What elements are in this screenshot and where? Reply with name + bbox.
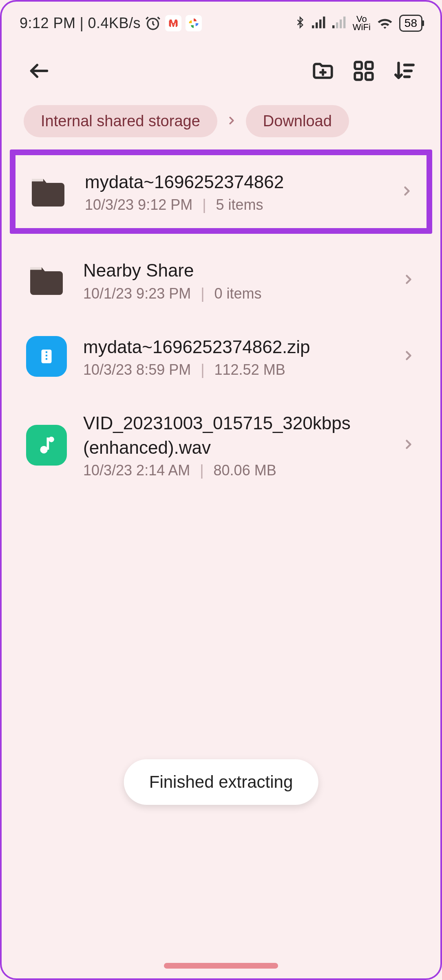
svg-rect-4	[323, 17, 325, 29]
file-list: mydata~1696252374862 10/3/23 9:12 PM|5 i…	[2, 149, 440, 495]
file-meta: 10/3/23 9:12 PM|5 items	[85, 196, 383, 213]
signal-icon-2	[332, 16, 347, 31]
file-meta: 10/3/23 2:14 AM|80.06 MB	[83, 462, 385, 479]
list-item[interactable]: mydata~1696252374862.zip 10/3/23 8:59 PM…	[18, 319, 424, 395]
svg-rect-5	[332, 25, 334, 28]
file-meta: 10/1/23 9:23 PM|0 items	[83, 285, 385, 302]
svg-rect-14	[30, 267, 42, 270]
signal-icon-1	[312, 16, 327, 31]
svg-rect-9	[355, 62, 362, 69]
bluetooth-icon	[294, 15, 306, 32]
file-meta: 10/3/23 8:59 PM|112.52 MB	[83, 361, 385, 378]
music-icon	[26, 425, 67, 466]
chevron-right-icon	[401, 437, 416, 453]
list-item[interactable]: Nearby Share 10/1/23 9:23 PM|0 items	[18, 242, 424, 318]
file-name: VID_20231003_015715_320kbps (enhanced).w…	[83, 411, 295, 462]
breadcrumb-item-current[interactable]: Download	[246, 105, 349, 137]
gmail-icon: M	[165, 15, 181, 31]
list-item-text: mydata~1696252374862.zip 10/3/23 8:59 PM…	[83, 335, 385, 378]
folder-icon	[26, 260, 67, 301]
svg-rect-7	[340, 20, 342, 29]
chevron-right-icon	[400, 184, 414, 200]
battery-indicator: 58	[399, 15, 422, 32]
app-bar	[2, 38, 440, 99]
svg-rect-2	[316, 22, 318, 28]
list-item-text: VID_20231003_015715_320kbps (enhanced).w…	[83, 411, 385, 479]
svg-rect-10	[366, 62, 373, 69]
svg-rect-8	[343, 17, 345, 29]
status-bar: 9:12 PM | 0.4KB/s M Vo WiFi 58	[2, 2, 440, 38]
svg-rect-16	[46, 352, 47, 353]
svg-rect-11	[355, 73, 362, 80]
list-item[interactable]: VID_20231003_015715_320kbps (enhanced).w…	[18, 395, 424, 495]
sort-button[interactable]	[388, 55, 421, 87]
status-right: Vo WiFi 58	[294, 15, 422, 32]
file-name: Nearby Share	[83, 258, 385, 285]
back-button[interactable]	[23, 55, 55, 87]
list-item-text: mydata~1696252374862 10/3/23 9:12 PM|5 i…	[85, 170, 383, 213]
folder-icon	[28, 171, 69, 212]
zip-icon	[26, 336, 67, 377]
list-item-text: Nearby Share 10/1/23 9:23 PM|0 items	[83, 258, 385, 302]
list-item[interactable]: mydata~1696252374862 10/3/23 9:12 PM|5 i…	[10, 149, 432, 234]
wifi-icon	[376, 15, 393, 31]
svg-rect-13	[32, 179, 43, 181]
status-speed: 0.4KB/s	[88, 15, 141, 32]
breadcrumb: Internal shared storage Download	[2, 99, 440, 149]
file-name: mydata~1696252374862.zip	[83, 335, 385, 361]
photos-icon	[186, 15, 202, 31]
status-left: 9:12 PM | 0.4KB/s M	[20, 15, 202, 32]
svg-rect-12	[366, 73, 373, 80]
svg-point-21	[49, 437, 54, 442]
file-name: mydata~1696252374862	[85, 170, 383, 196]
svg-rect-1	[312, 25, 314, 28]
alarm-icon	[145, 15, 161, 31]
gesture-bar[interactable]	[164, 963, 278, 969]
breadcrumb-item-root[interactable]: Internal shared storage	[24, 105, 217, 137]
new-folder-button[interactable]	[307, 55, 339, 87]
svg-rect-18	[46, 358, 47, 360]
svg-point-19	[40, 446, 47, 453]
svg-rect-3	[319, 20, 321, 29]
chevron-right-icon	[225, 114, 238, 128]
svg-rect-6	[336, 22, 338, 28]
status-sep: |	[80, 15, 84, 32]
chevron-right-icon	[401, 348, 416, 365]
svg-rect-17	[46, 355, 47, 356]
toast-message: Finished extracting	[124, 759, 318, 805]
status-time: 9:12 PM	[20, 15, 76, 32]
view-grid-button[interactable]	[347, 55, 380, 87]
chevron-right-icon	[401, 272, 416, 288]
vowifi-icon: Vo WiFi	[353, 15, 371, 31]
